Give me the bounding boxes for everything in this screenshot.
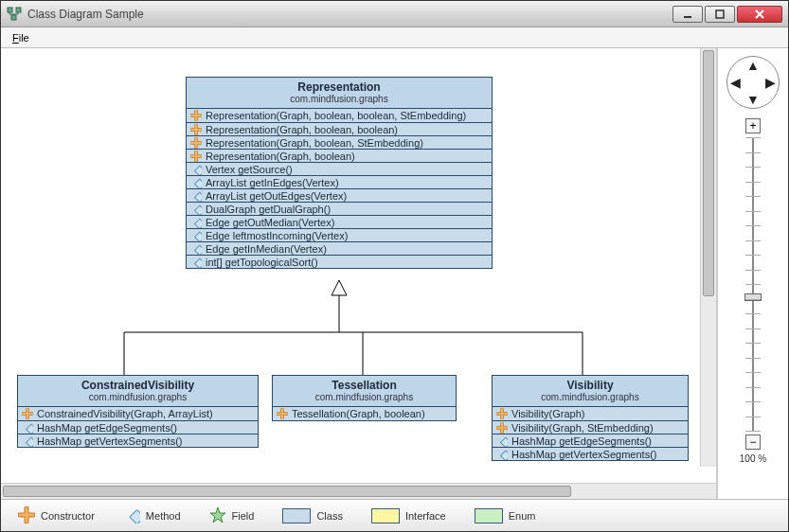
class-constrained-visibility[interactable]: ConstrainedVisibility com.mindfusion.gra… [17,375,259,448]
class-name: Representation [190,80,488,94]
menu-file[interactable]: File [7,30,35,45]
legend-field: Field [209,506,255,525]
pan-dial[interactable]: ▲ ▼ ◀ ▶ [726,56,780,109]
class-swatch [282,508,311,523]
svg-rect-0 [8,8,12,12]
svg-rect-13 [195,192,202,202]
horizontal-scrollbar[interactable] [1,483,716,499]
zoom-thumb[interactable] [744,293,762,301]
constructor-icon [18,506,35,525]
app-icon [7,7,22,22]
legend-label: Method [146,510,181,522]
close-button[interactable] [737,6,782,23]
canvas-container: Representation com.mindfusion.graphs Rep… [1,48,717,499]
svg-rect-22 [501,451,508,460]
member-signature: HashMap getVertexSegments() [511,449,656,460]
field-icon [209,506,226,525]
interface-swatch [371,508,400,523]
member-method[interactable]: Vertex getSource() [187,162,492,175]
pan-right-icon[interactable]: ▶ [765,76,776,89]
class-header: Visibility com.mindfusion.graphs [493,376,688,407]
enum-swatch [475,508,503,523]
member-signature: Edge getInMedian(Vertex) [206,243,327,255]
class-name: Tessellation [277,379,452,392]
zoom-slider[interactable] [744,137,762,431]
member-signature: ArrayList getInEdges(Vertex) [206,177,339,188]
member-method[interactable]: Edge leftmostIncoming(Vertex) [187,228,492,241]
member-method[interactable]: HashMap getVertexSegments() [493,447,688,460]
vscroll-thumb[interactable] [703,50,714,296]
member-signature: Representation(Graph, boolean, StEmbeddi… [206,137,423,149]
svg-marker-24 [210,507,225,523]
member-constructor[interactable]: Representation(Graph, boolean, StEmbeddi… [187,135,492,149]
legend-class: Class [282,508,343,523]
member-signature: Vertex getSource() [206,164,293,175]
member-signature: Edge leftmostIncoming(Vertex) [206,230,348,241]
hscroll-thumb[interactable] [3,486,571,497]
member-signature: Representation(Graph, boolean) [206,151,355,162]
member-method[interactable]: HashMap getEdgeSegments() [18,420,258,434]
class-name: ConstrainedVisibility [22,379,254,392]
member-constructor[interactable]: Tessellation(Graph, boolean) [273,407,456,420]
member-method[interactable]: ArrayList getInEdges(Vertex) [187,175,492,188]
svg-rect-12 [195,179,202,188]
legend-label: Field [232,510,255,522]
member-method[interactable]: DualGraph getDualGraph() [187,202,492,215]
vertical-scrollbar[interactable] [700,48,716,467]
class-tessellation[interactable]: Tessellation com.mindfusion.graphs Tesse… [272,375,457,421]
titlebar[interactable]: Class Diagram Sample [1,1,788,27]
member-signature: Representation(Graph, boolean, boolean) [206,124,398,135]
member-constructor[interactable]: Representation(Graph, boolean) [187,149,492,162]
member-constructor[interactable]: Representation(Graph, boolean, boolean) [187,122,492,135]
svg-rect-2 [11,15,16,20]
legend-label: Constructor [41,510,95,522]
legend-interface: Interface [371,508,446,523]
member-method[interactable]: int[] getTopologicalSort() [187,255,492,268]
legend-method: Method [123,506,181,525]
member-method[interactable]: Edge getInMedian(Vertex) [187,241,492,255]
zoom-out-button[interactable]: − [745,434,761,450]
member-method[interactable]: HashMap getVertexSegments() [18,434,258,447]
member-signature: Representation(Graph, boolean, boolean, … [206,110,466,121]
legend-label: Interface [405,510,446,522]
class-header: Tessellation com.mindfusion.graphs [273,376,456,407]
pan-down-icon[interactable]: ▼ [746,93,760,106]
member-constructor[interactable]: Representation(Graph, boolean, boolean, … [187,109,492,122]
zoom-label: 100 % [740,453,766,464]
zoom-control: + − 100 % [740,118,766,464]
member-signature: int[] getTopologicalSort() [206,257,318,268]
member-constructor[interactable]: ConstrainedVisibility(Graph, ArrayList) [18,407,258,420]
pan-up-icon[interactable]: ▲ [746,59,760,72]
class-members: ConstrainedVisibility(Graph, ArrayList)H… [18,407,258,447]
member-signature: HashMap getEdgeSegments() [37,422,177,434]
class-members: Visibility(Graph)Visibility(Graph, StEmb… [493,407,688,460]
member-signature: HashMap getEdgeSegments() [511,435,652,447]
app-window: Class Diagram Sample File [0,0,789,532]
method-icon [123,506,140,525]
class-package: com.mindfusion.graphs [190,94,488,104]
member-constructor[interactable]: Visibility(Graph) [493,407,688,420]
svg-rect-4 [716,10,724,18]
member-constructor[interactable]: Visibility(Graph, StEmbedding) [493,420,688,434]
member-method[interactable]: HashMap getEdgeSegments() [493,434,688,447]
class-name: Visibility [496,379,684,392]
window-title: Class Diagram Sample [27,8,671,21]
zoom-in-button[interactable]: + [745,118,761,133]
svg-rect-18 [195,258,202,268]
svg-rect-21 [501,437,508,447]
member-signature: Visibility(Graph, StEmbedding) [511,422,654,434]
class-visibility[interactable]: Visibility com.mindfusion.graphs Visibil… [492,375,689,461]
menubar: File [1,27,788,48]
member-method[interactable]: Edge getOutMedian(Vertex) [187,215,492,228]
svg-rect-11 [195,166,202,175]
diagram-canvas[interactable]: Representation com.mindfusion.graphs Rep… [1,48,716,483]
pan-left-icon[interactable]: ◀ [730,76,741,89]
client-area: Representation com.mindfusion.graphs Rep… [1,48,788,499]
member-method[interactable]: ArrayList getOutEdges(Vertex) [187,188,492,202]
maximize-button[interactable] [705,6,735,23]
minimize-button[interactable] [672,6,703,23]
class-representation[interactable]: Representation com.mindfusion.graphs Rep… [186,77,493,269]
member-signature: ConstrainedVisibility(Graph, ArrayList) [37,408,213,419]
member-signature: ArrayList getOutEdges(Vertex) [206,190,347,202]
legend-constructor: Constructor [18,506,95,525]
